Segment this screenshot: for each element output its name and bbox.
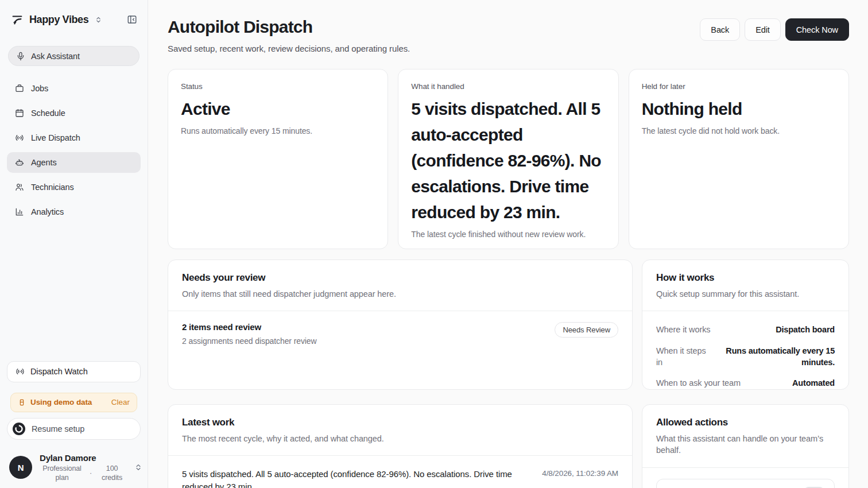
stat-label: Held for later <box>642 82 836 91</box>
workspace-name: Happy Vibes <box>29 14 88 26</box>
resume-setup-label: Resume setup <box>32 424 84 433</box>
review-list-item[interactable]: 2 items need review 2 assignments need d… <box>182 322 618 346</box>
sidebar-item-jobs[interactable]: Jobs <box>7 78 141 99</box>
card-header: Allowed actions What this assistant can … <box>642 405 848 467</box>
edit-button[interactable]: Edit <box>745 18 781 41</box>
stats-grid: Status Active Runs automatically every 1… <box>168 69 849 249</box>
app-logo-icon <box>10 13 24 26</box>
card-subtitle: The most recent cycle, why it acted, and… <box>182 433 618 444</box>
main-content: Autopilot Dispatch Saved setup, recent w… <box>148 0 868 488</box>
chevrons-updown-icon <box>134 463 142 471</box>
page-subtitle: Saved setup, recent work, review decisio… <box>168 44 410 53</box>
setup-summary-rows: Where it works Dispatch board When it st… <box>656 322 835 389</box>
bar-chart-icon <box>15 207 24 216</box>
summary-row-label: When to ask your team <box>656 377 741 389</box>
work-item-text: 5 visits dispatched. All 5 auto-accepted… <box>182 468 528 488</box>
review-item-text: 2 items need review 2 assignments need d… <box>182 322 317 346</box>
summary-row-label: Where it works <box>656 324 710 335</box>
stat-description: The latest cycle finished without new re… <box>411 230 605 239</box>
stat-value: 5 visits dispatched. All 5 auto-accepted… <box>411 96 605 225</box>
user-plan-meta: Professional plan · 100 credits <box>40 464 127 483</box>
user-info: Dylan Damore Professional plan · 100 cre… <box>40 453 127 483</box>
card-title: Needs your review <box>182 272 618 284</box>
card-body: read dispatch context On <box>642 467 848 488</box>
user-name: Dylan Damore <box>40 453 127 463</box>
sidebar-item-label: Jobs <box>31 84 48 93</box>
stat-label: Status <box>181 82 375 91</box>
card-title: Allowed actions <box>656 417 835 428</box>
back-button[interactable]: Back <box>700 18 740 41</box>
card-header: Needs your review Only items that still … <box>168 260 632 311</box>
ask-assistant-label: Ask Assistant <box>31 52 80 61</box>
user-credits: 100 credits <box>97 464 127 483</box>
middle-row: Needs your review Only items that still … <box>168 260 849 390</box>
needs-review-badge: Needs Review <box>555 322 618 338</box>
summary-row: When to ask your team Automated <box>656 377 835 389</box>
stat-value: Active <box>181 96 375 122</box>
card-body: 5 visits dispatched. All 5 auto-accepted… <box>168 455 632 488</box>
review-item-subtitle: 2 assignments need dispatcher review <box>182 336 317 346</box>
held-card: Held for later Nothing held The latest c… <box>629 69 849 249</box>
demo-data-label: Using demo data <box>30 398 92 406</box>
summary-row-value: Dispatch board <box>776 324 835 335</box>
resume-setup-button[interactable]: Resume setup <box>7 418 141 440</box>
page-header-text: Autopilot Dispatch Saved setup, recent w… <box>168 17 410 53</box>
broadcast-icon <box>15 133 24 142</box>
microphone-icon <box>16 52 25 61</box>
setup-progress-icon <box>12 422 26 436</box>
sidebar-item-label: Live Dispatch <box>31 133 80 142</box>
briefcase-icon <box>15 84 24 93</box>
avatar: N <box>9 456 32 479</box>
needs-review-card: Needs your review Only items that still … <box>168 260 633 390</box>
sidebar: Happy Vibes <box>0 0 148 488</box>
summary-row-value: Automated <box>792 377 835 389</box>
summary-row: Where it works Dispatch board <box>656 324 835 335</box>
handled-card: What it handled 5 visits dispatched. All… <box>398 69 618 249</box>
sidebar-nav: Jobs Schedule <box>7 78 141 222</box>
chevrons-updown-icon[interactable] <box>95 16 102 24</box>
sidebar-item-technicians[interactable]: Technicians <box>7 177 141 197</box>
stat-description: Runs automatically every 15 minutes. <box>181 126 375 135</box>
dispatch-watch-button[interactable]: Dispatch Watch <box>7 361 141 382</box>
latest-work-card: Latest work The most recent cycle, why i… <box>168 404 633 488</box>
sidebar-item-label: Schedule <box>31 109 65 118</box>
workspace-switcher[interactable]: Happy Vibes <box>10 13 138 26</box>
demo-data-banner: Using demo data Clear <box>10 393 137 412</box>
card-subtitle: Only items that still need dispatcher ju… <box>182 288 618 300</box>
card-subtitle: What this assistant can handle on your t… <box>656 433 835 456</box>
user-menu[interactable]: N Dylan Damore Professional plan · 100 c… <box>9 453 140 483</box>
card-header: How it works Quick setup summary for thi… <box>642 260 848 311</box>
bot-icon <box>15 158 24 167</box>
broadcast-icon <box>16 367 25 376</box>
ask-assistant-button[interactable]: Ask Assistant <box>8 46 140 66</box>
meta-separator: · <box>90 468 92 478</box>
demo-data-icon <box>18 398 26 406</box>
app-root: Happy Vibes <box>0 0 868 488</box>
stat-label: What it handled <box>411 82 605 91</box>
sidebar-item-live-dispatch[interactable]: Live Dispatch <box>7 127 141 148</box>
card-body: Where it works Dispatch board When it st… <box>642 311 848 400</box>
sidebar-item-agents[interactable]: Agents <box>7 152 141 173</box>
sidebar-footer: Dispatch Watch Using demo data Clear <box>7 361 141 488</box>
work-item-timestamp: 4/8/2026, 11:02:39 AM <box>542 468 618 478</box>
user-plan: Professional plan <box>40 464 84 483</box>
check-now-button[interactable]: Check Now <box>785 18 849 41</box>
sidebar-collapse-button[interactable] <box>126 13 138 26</box>
card-header: Latest work The most recent cycle, why i… <box>168 405 632 455</box>
work-log-item: 5 visits dispatched. All 5 auto-accepted… <box>182 467 618 488</box>
review-item-title: 2 items need review <box>182 322 317 332</box>
sidebar-item-analytics[interactable]: Analytics <box>7 202 141 222</box>
sidebar-item-schedule[interactable]: Schedule <box>7 103 141 123</box>
sidebar-item-label: Technicians <box>31 183 74 192</box>
users-icon <box>15 183 24 192</box>
card-body: 2 items need review 2 assignments need d… <box>168 311 632 357</box>
clear-demo-data-button[interactable]: Clear <box>111 398 130 406</box>
bottom-row: Latest work The most recent cycle, why i… <box>168 404 849 488</box>
page-header: Autopilot Dispatch Saved setup, recent w… <box>168 17 849 53</box>
summary-row: When it steps in Runs automatically ever… <box>656 345 835 369</box>
card-subtitle: Quick setup summary for this assistant. <box>656 288 835 300</box>
summary-row-label: When it steps in <box>656 345 708 369</box>
stat-value: Nothing held <box>642 96 836 122</box>
allowed-actions-card: Allowed actions What this assistant can … <box>642 404 849 488</box>
sidebar-item-label: Analytics <box>31 207 64 216</box>
